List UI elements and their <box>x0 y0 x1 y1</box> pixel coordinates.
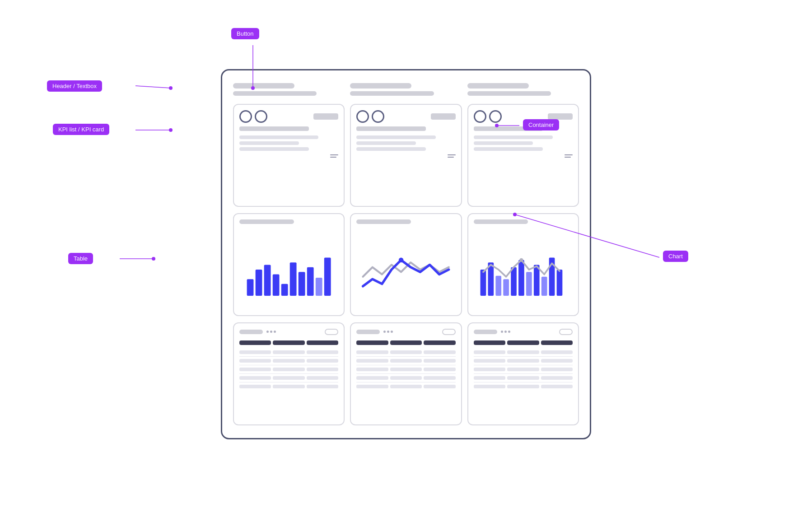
kpi-menu-3 <box>565 154 573 158</box>
tbl-toggle-1[interactable] <box>325 329 338 335</box>
kpi-menu-bar-2a <box>448 154 456 155</box>
tbl-divider <box>356 356 455 357</box>
tbl-col-headers-2 <box>356 340 455 345</box>
tbl-divider <box>356 382 455 382</box>
tbl-toggle-3[interactable] <box>559 329 573 335</box>
table-row <box>474 368 573 371</box>
table-row <box>239 359 338 363</box>
tbl-dot-1a <box>266 331 269 333</box>
tbl-rows-3 <box>474 350 573 388</box>
annotation-header-textbox: Header / Textbox <box>47 80 102 92</box>
kpi-circle-a <box>239 110 252 123</box>
tbl-divider <box>239 382 338 382</box>
kpi-bottom-3 <box>474 154 573 158</box>
kpi-lines-3 <box>474 135 573 151</box>
tbl-pill-3 <box>474 330 497 334</box>
kpi-lines-2 <box>356 135 455 151</box>
table-header-row-1 <box>239 329 338 335</box>
header-bar-wide-1 <box>233 83 294 89</box>
header-bar-wide-2 <box>350 83 411 89</box>
tbl-divider <box>474 382 573 382</box>
tbl-pill-1 <box>239 330 263 334</box>
kpi-card-2 <box>350 104 462 207</box>
kpi-lines-1 <box>239 135 338 151</box>
combo-chart-svg <box>476 229 571 310</box>
table-row <box>239 368 338 371</box>
header-bar-medium-3 <box>467 91 551 96</box>
kpi-circle-3b <box>489 110 502 123</box>
tbl-dot-3a <box>501 331 503 333</box>
svg-point-28 <box>169 128 173 132</box>
table-header-row-2 <box>356 329 455 335</box>
svg-rect-2 <box>264 265 271 296</box>
kpi-circle-2b <box>372 110 384 123</box>
table-card-3 <box>467 322 579 425</box>
tbl-dot-2b <box>387 331 389 333</box>
svg-rect-11 <box>480 270 486 296</box>
tbl-divider <box>239 373 338 374</box>
tbl-rows-2 <box>356 350 455 388</box>
kpi-bottom-2 <box>356 154 455 158</box>
tbl-col-headers-3 <box>474 340 573 345</box>
kpi-badge-1 <box>313 113 338 120</box>
bar-chart-title <box>239 219 294 224</box>
tbl-dots-1 <box>266 331 276 333</box>
svg-rect-19 <box>541 276 547 295</box>
tbl-divider <box>356 365 455 365</box>
tbl-dot-3b <box>504 331 507 333</box>
kpi-menu-bar-2b <box>448 157 454 158</box>
kpi-menu-bar-3b <box>565 157 571 158</box>
kpi-menu-bar-3a <box>565 154 573 155</box>
kpi-circles-1 <box>239 110 267 123</box>
bar-chart-area <box>239 229 338 310</box>
table-row <box>233 322 579 425</box>
svg-point-26 <box>169 86 173 90</box>
svg-rect-15 <box>511 267 517 295</box>
table-card-2 <box>350 322 462 425</box>
tbl-divider <box>239 365 338 365</box>
kpi-line-2c <box>356 147 426 151</box>
svg-rect-13 <box>495 275 501 295</box>
kpi-line-1a <box>239 135 318 139</box>
header-row <box>233 83 579 98</box>
kpi-circle-3a <box>474 110 486 123</box>
tbl-dot-2a <box>383 331 386 333</box>
bar-chart-card <box>233 213 345 316</box>
kpi-menu-bar-1b <box>330 157 336 158</box>
kpi-top-2 <box>356 110 455 123</box>
tbl-toggle-2[interactable] <box>442 329 456 335</box>
tbl-col-hdr-3c <box>541 340 573 345</box>
kpi-line-3a <box>474 135 553 139</box>
line-chart-title <box>356 219 411 224</box>
tbl-pill-2 <box>356 330 380 334</box>
kpi-line-3c <box>474 147 543 151</box>
line-chart-svg <box>358 229 453 310</box>
bar-chart-svg <box>241 229 336 310</box>
annotation-table: Table <box>68 253 93 264</box>
svg-rect-3 <box>273 274 280 296</box>
tbl-divider <box>356 373 455 374</box>
chart-row <box>233 213 579 316</box>
kpi-line-2a <box>356 135 435 139</box>
canvas: Button Header / Textbox KPI list / KPI c… <box>0 0 812 508</box>
header-block-1 <box>233 83 345 96</box>
svg-rect-0 <box>247 279 254 296</box>
kpi-badge-2 <box>431 113 456 120</box>
tbl-col-hdr-1b <box>273 340 304 345</box>
header-bar-medium-2 <box>350 91 434 96</box>
table-row <box>356 350 455 354</box>
table-row <box>474 359 573 363</box>
tbl-col-hdr-1a <box>239 340 271 345</box>
tbl-dots-3 <box>501 331 510 333</box>
kpi-menu-bar-1a <box>330 154 338 155</box>
svg-rect-6 <box>299 272 305 296</box>
svg-rect-21 <box>556 270 562 296</box>
tbl-dots-2 <box>383 331 393 333</box>
table-row <box>356 368 455 371</box>
kpi-top-1 <box>239 110 338 123</box>
tbl-dot-2c <box>391 331 393 333</box>
svg-rect-16 <box>518 260 524 295</box>
annotation-button: Button <box>231 28 259 39</box>
svg-point-10 <box>399 257 404 262</box>
svg-rect-5 <box>290 262 297 296</box>
